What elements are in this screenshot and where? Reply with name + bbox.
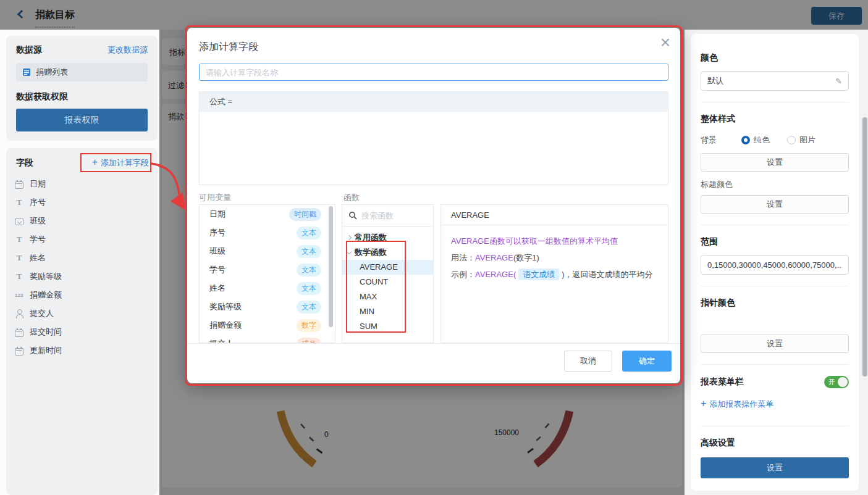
function-item-count[interactable]: COUNT bbox=[342, 275, 433, 289]
radio-image[interactable] bbox=[787, 136, 796, 144]
function-name-header: AVERAGE bbox=[441, 205, 668, 225]
perm-title: 数据获取权限 bbox=[16, 91, 148, 102]
report-permission-button[interactable]: 报表权限 bbox=[16, 109, 148, 131]
function-usage: 用法：AVERAGE(数字1) bbox=[451, 249, 658, 266]
field-row-submit-time[interactable]: 提交时间 bbox=[6, 323, 158, 341]
field-row-update-time[interactable]: 更新时间 bbox=[6, 341, 158, 360]
datasource-item[interactable]: 捐赠列表 bbox=[16, 63, 148, 81]
function-search-input[interactable] bbox=[361, 211, 423, 220]
datasource-card: 数据源 更改数据源 捐赠列表 数据获取权限 报表权限 bbox=[6, 36, 158, 141]
fields-title: 字段 bbox=[16, 157, 33, 168]
color-title: 颜色 bbox=[701, 52, 849, 64]
calendar-icon bbox=[15, 181, 23, 189]
variables-title: 可用变量 bbox=[199, 192, 231, 203]
function-example: 示例：AVERAGE(语文成绩)，返回语文成绩的平均分 bbox=[451, 266, 658, 283]
toggle-knob bbox=[838, 377, 848, 387]
style-panel: 颜色 默认 ✎ 整体样式 背景 纯色 图片 设置 标题颜色 设置 范围 指针颜色… bbox=[691, 34, 859, 491]
fields-card: 字段 +添加计算字段 日期 T 序号 班级 T 学号 T 姓名 T 奖励等级 1… bbox=[6, 148, 158, 495]
calendar-icon bbox=[15, 348, 23, 356]
advanced-settings-title: 高级设置 bbox=[701, 438, 849, 449]
left-sidebar: 数据源 更改数据源 捐赠列表 数据获取权限 报表权限 字段 +添加计算字段 日期… bbox=[0, 30, 159, 495]
modal-footer: 取消 确定 bbox=[187, 343, 680, 383]
function-description-panel: AVERAGE AVERAGE函数可以获取一组数值的算术平均值 用法：AVERA… bbox=[440, 204, 668, 343]
range-input[interactable] bbox=[701, 255, 849, 275]
variables-scrollbar[interactable] bbox=[329, 206, 333, 327]
type-badge: 文本 bbox=[297, 264, 321, 277]
variable-row[interactable]: 日期时间戳 bbox=[200, 205, 335, 223]
calendar-icon bbox=[15, 330, 23, 337]
functions-panel: 常用函数 数学函数 AVERAGE COUNT MAX MIN SUM bbox=[342, 204, 434, 343]
report-menu-toggle[interactable]: 开 bbox=[824, 376, 849, 388]
formula-editor[interactable]: 公式 = bbox=[199, 91, 668, 185]
field-row-submitter[interactable]: 提交人 bbox=[6, 304, 158, 323]
field-row-serial[interactable]: T 序号 bbox=[6, 193, 158, 212]
text-field-icon: T bbox=[15, 272, 23, 281]
function-item-sum[interactable]: SUM bbox=[342, 319, 433, 334]
type-badge: 文本 bbox=[297, 227, 321, 239]
modal-title: 添加计算字段 bbox=[199, 41, 258, 54]
group-math-functions[interactable]: 数学函数 bbox=[342, 245, 433, 260]
field-row-student-id[interactable]: T 学号 bbox=[6, 230, 158, 249]
right-sidebar: 颜色 默认 ✎ 整体样式 背景 纯色 图片 设置 标题颜色 设置 范围 指针颜色… bbox=[685, 30, 868, 495]
change-datasource-link[interactable]: 更改数据源 bbox=[107, 44, 148, 56]
type-badge: 数字 bbox=[297, 319, 321, 332]
title-color-label: 标题颜色 bbox=[701, 179, 849, 190]
cancel-button[interactable]: 取消 bbox=[564, 351, 612, 372]
chevron-right-icon bbox=[347, 235, 352, 240]
functions-title: 函数 bbox=[343, 192, 360, 203]
function-item-max[interactable]: MAX bbox=[342, 289, 433, 304]
variable-row[interactable]: 序号文本 bbox=[200, 223, 335, 242]
add-calc-field-modal: 添加计算字段 × 公式 = 可用变量 函数 日期时间戳 序号文本 班级文本 学号… bbox=[187, 28, 680, 383]
field-row-donation-amount[interactable]: 123 捐赠金额 bbox=[6, 286, 158, 304]
group-common-functions[interactable]: 常用函数 bbox=[342, 230, 433, 245]
variable-row[interactable]: 提交人成员 bbox=[200, 335, 335, 343]
variable-row[interactable]: 班级文本 bbox=[200, 242, 335, 260]
variable-row[interactable]: 学号文本 bbox=[200, 260, 335, 279]
variable-row[interactable]: 奖励等级文本 bbox=[200, 297, 335, 316]
plus-icon: + bbox=[701, 398, 706, 409]
function-search[interactable] bbox=[342, 205, 433, 227]
field-row-award-level[interactable]: T 奖励等级 bbox=[6, 267, 158, 286]
type-badge: 文本 bbox=[297, 301, 321, 314]
edit-icon: ✎ bbox=[835, 77, 842, 86]
title-color-set-button[interactable]: 设置 bbox=[701, 195, 849, 214]
range-title: 范围 bbox=[701, 236, 849, 248]
example-field-chip: 语文成绩 bbox=[518, 268, 559, 280]
plus-icon: + bbox=[92, 157, 98, 167]
pointer-color-set-button[interactable]: 设置 bbox=[701, 335, 849, 353]
add-report-menu-link[interactable]: +添加报表操作菜单 bbox=[701, 398, 849, 410]
close-icon[interactable]: × bbox=[660, 34, 670, 51]
formula-label: 公式 = bbox=[200, 92, 668, 112]
scrollbar[interactable] bbox=[862, 117, 867, 376]
variable-row[interactable]: 姓名文本 bbox=[200, 279, 335, 297]
variables-panel: 日期时间戳 序号文本 班级文本 学号文本 姓名文本 奖励等级文本 捐赠金额数字 … bbox=[199, 204, 335, 343]
background-set-button[interactable]: 设置 bbox=[701, 153, 849, 172]
function-description: AVERAGE函数可以获取一组数值的算术平均值 bbox=[451, 233, 658, 249]
select-field-icon bbox=[15, 218, 23, 225]
function-item-average[interactable]: AVERAGE bbox=[342, 260, 433, 275]
color-select[interactable]: 默认 ✎ bbox=[701, 71, 849, 91]
advanced-set-button[interactable]: 设置 bbox=[701, 457, 849, 478]
type-badge: 文本 bbox=[297, 282, 321, 295]
text-field-icon: T bbox=[15, 235, 23, 244]
variable-row[interactable]: 捐赠金额数字 bbox=[200, 316, 335, 335]
type-badge: 成员 bbox=[297, 338, 321, 344]
type-badge: 时间戳 bbox=[289, 208, 321, 221]
report-menu-title: 报表菜单栏 bbox=[701, 376, 744, 388]
search-icon bbox=[348, 211, 357, 220]
background-label: 背景 bbox=[701, 135, 741, 146]
field-row-class[interactable]: 班级 bbox=[6, 212, 158, 230]
number-field-icon: 123 bbox=[15, 291, 23, 299]
type-badge: 文本 bbox=[297, 245, 321, 258]
field-row-date[interactable]: 日期 bbox=[6, 175, 158, 193]
field-row-name[interactable]: T 姓名 bbox=[6, 249, 158, 267]
datasource-item-label: 捐赠列表 bbox=[36, 67, 68, 78]
overall-style-title: 整体样式 bbox=[701, 114, 849, 125]
confirm-button[interactable]: 确定 bbox=[622, 351, 672, 372]
radio-solid-color[interactable] bbox=[741, 136, 750, 144]
add-calc-field-link[interactable]: +添加计算字段 bbox=[92, 157, 149, 168]
person-icon bbox=[15, 309, 23, 318]
text-field-icon: T bbox=[15, 198, 23, 207]
function-item-min[interactable]: MIN bbox=[342, 304, 433, 319]
calc-field-name-input[interactable] bbox=[199, 64, 668, 81]
